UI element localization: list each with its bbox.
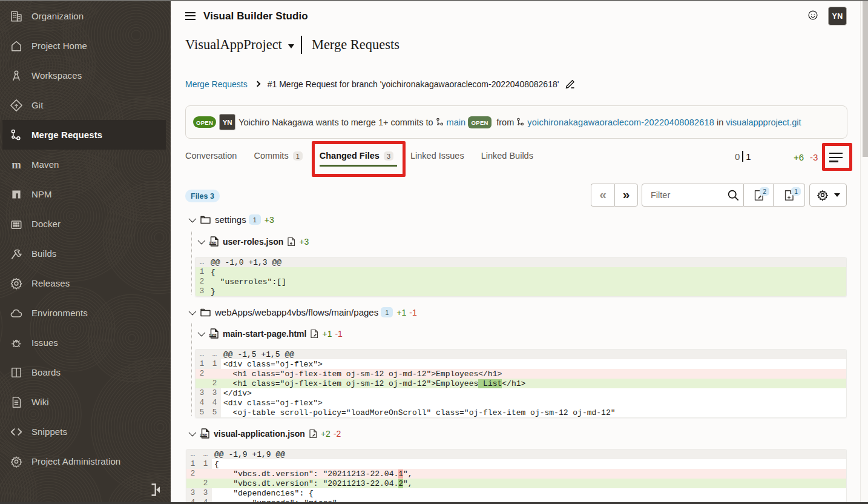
svg-text:HTML: HTML [209, 334, 217, 337]
svg-text:m: m [12, 158, 21, 171]
svg-text:JSON: JSON [209, 242, 217, 245]
svg-text:JSON: JSON [200, 434, 208, 437]
